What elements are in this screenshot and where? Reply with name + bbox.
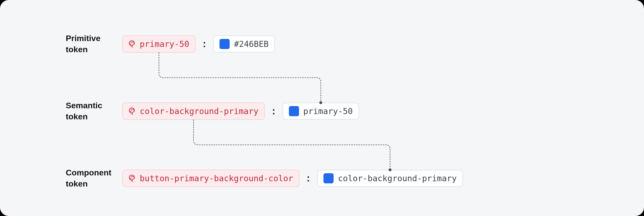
- label-text: Semantictoken: [66, 101, 102, 121]
- color-swatch: [324, 173, 334, 184]
- token-badge-primitive: primary-50: [122, 35, 196, 53]
- palette-icon: [128, 174, 136, 182]
- colon-separator: :: [305, 173, 311, 184]
- token-badge-semantic: color-background-primary: [122, 102, 265, 120]
- value-text: #246BEB: [234, 39, 268, 49]
- row-label-component: Componenttoken: [66, 167, 116, 190]
- row-label-primitive: Primitivetoken: [66, 33, 116, 55]
- palette-icon: [128, 40, 136, 48]
- svg-point-0: [133, 42, 133, 42]
- svg-point-8: [133, 176, 133, 177]
- row-label-semantic: Semantictoken: [66, 100, 116, 122]
- value-badge-semantic: primary-50: [282, 103, 359, 120]
- color-swatch: [289, 106, 299, 116]
- row-semantic: Semantictoken color-background-primary :…: [66, 100, 359, 122]
- svg-point-9: [134, 178, 134, 178]
- palette-icon: [128, 107, 136, 115]
- value-text: color-background-primary: [338, 174, 457, 183]
- svg-point-4: [133, 109, 133, 110]
- svg-point-10: [131, 176, 132, 177]
- token-name: primary-50: [140, 39, 189, 49]
- row-component: Componenttoken button-primary-background…: [66, 167, 463, 190]
- label-text: Primitivetoken: [66, 34, 100, 54]
- svg-point-7: [130, 111, 131, 112]
- token-badge-component: button-primary-background-color: [122, 170, 300, 187]
- row-primitive: Primitivetoken primary-50 : #246BEB: [66, 33, 275, 55]
- color-swatch: [220, 39, 230, 49]
- label-text: Componenttoken: [66, 168, 112, 188]
- token-name: button-primary-background-color: [140, 174, 293, 183]
- colon-separator: :: [201, 38, 208, 49]
- svg-point-2: [131, 42, 132, 43]
- svg-point-6: [131, 110, 132, 110]
- token-name: color-background-primary: [140, 106, 258, 116]
- diagram-canvas: Primitivetoken primary-50 : #246BEB Sema…: [0, 0, 644, 216]
- svg-point-5: [134, 110, 134, 111]
- value-text: primary-50: [304, 106, 353, 116]
- value-badge-component: color-background-primary: [317, 170, 463, 187]
- svg-point-11: [130, 178, 131, 179]
- value-badge-primitive: #246BEB: [213, 36, 275, 52]
- svg-point-3: [130, 44, 131, 44]
- colon-separator: :: [270, 106, 276, 116]
- svg-point-1: [134, 43, 134, 44]
